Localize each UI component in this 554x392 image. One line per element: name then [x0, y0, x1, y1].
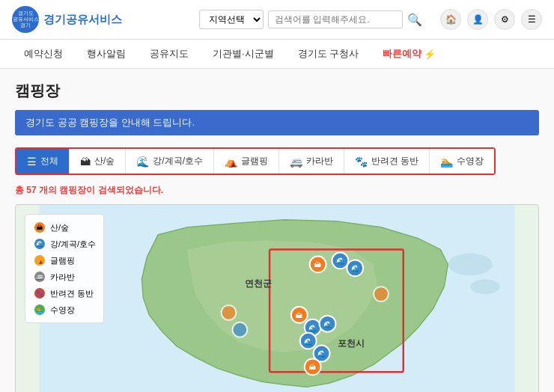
- nav-item-quick[interactable]: 빠른예약 ⚡: [371, 40, 448, 68]
- filter-mountain[interactable]: 🏔 산/숲: [70, 149, 126, 174]
- svg-text:🏔: 🏔: [314, 261, 321, 269]
- filter-pool-label: 수영장: [457, 155, 484, 168]
- nav-item-events[interactable]: 행사알림: [75, 40, 138, 68]
- svg-text:🌊: 🌊: [304, 337, 313, 346]
- svg-text:🌊: 🌊: [323, 320, 332, 329]
- legend-caravan: 🚐 카라반: [33, 270, 96, 284]
- logo-text: 경기공유서비스: [43, 13, 122, 27]
- legend-pool: 🏊 수영장: [33, 303, 96, 316]
- header-icons: 🏠 👤 ⚙ ☰: [440, 9, 542, 30]
- filter-caravan[interactable]: 🚐 카라반: [279, 149, 344, 174]
- svg-text:🌊: 🌊: [336, 257, 345, 266]
- legend-mountain: 🏔 산/숲: [33, 221, 96, 234]
- page-content: 캠핑장 경기도 공공 캠핑장을 안내해 드립니다. ☰ 전체 🏔 산/숲 🌊 강…: [0, 69, 554, 392]
- mountain-icon: 🏔: [80, 156, 91, 168]
- page-description: 경기도 공공 캠핑장을 안내해 드립니다.: [15, 110, 539, 135]
- legend-glamping: ⛺ 글램핑: [33, 254, 96, 267]
- logo-area: 경기도공유서비스경기 경기공유서비스: [12, 6, 122, 33]
- search-input[interactable]: [268, 10, 403, 28]
- menu-icon-btn[interactable]: ☰: [521, 9, 542, 30]
- svg-point-25: [232, 322, 247, 337]
- filter-river-label: 강/계곡/호수: [153, 155, 203, 168]
- count-number: 57: [26, 185, 36, 195]
- home-icon-btn[interactable]: 🏠: [440, 9, 461, 30]
- region-select[interactable]: 지역선택: [199, 10, 264, 29]
- filter-glamping[interactable]: ⛺ 글램핑: [214, 149, 279, 174]
- filter-glamping-label: 글램핑: [241, 155, 268, 168]
- svg-point-2: [470, 279, 500, 294]
- svg-point-26: [374, 287, 389, 301]
- svg-point-1: [448, 254, 493, 276]
- filter-pet[interactable]: 🐾 반려견 동반: [344, 149, 430, 174]
- filter-pet-label: 반려견 동반: [371, 155, 418, 168]
- glamping-icon: ⛺: [225, 156, 237, 168]
- caravan-icon: 🚐: [290, 156, 302, 168]
- filter-all-label: 전체: [40, 155, 58, 168]
- filter-all[interactable]: ☰ 전체: [16, 149, 70, 174]
- svg-text:🌊: 🌊: [308, 324, 317, 333]
- legend-river-dot: 🌊: [33, 237, 46, 251]
- quick-icon: ⚡: [424, 49, 436, 60]
- filter-caravan-label: 카라반: [306, 155, 333, 168]
- svg-text:🏔: 🏔: [309, 364, 316, 371]
- svg-text:연천군: 연천군: [245, 278, 272, 289]
- map-container[interactable]: 🏔 산/숲 🌊 강/계곡/호수 ⛺ 글램핑 🚐 카라반 🐾 반려견 동반 🏊: [15, 204, 539, 392]
- filter-river[interactable]: 🌊 강/계곡/호수: [126, 149, 214, 174]
- nav-item-office[interactable]: 경기도 구청사: [286, 40, 371, 68]
- legend-river: 🌊 강/계곡/호수: [33, 237, 96, 251]
- svg-text:포천시: 포천시: [338, 338, 365, 349]
- nav-item-map[interactable]: 공유지도: [138, 40, 201, 68]
- legend-caravan-dot: 🚐: [33, 270, 46, 284]
- legend-mountain-dot: 🏔: [33, 221, 46, 234]
- filter-mountain-label: 산/숲: [94, 155, 115, 168]
- legend-glamping-dot: ⛺: [33, 254, 46, 267]
- svg-point-24: [222, 305, 237, 320]
- result-count: 총 57 개의 캠핑장이 검색되었습니다.: [15, 184, 539, 197]
- search-button[interactable]: 🔍: [407, 13, 422, 27]
- svg-text:🌊: 🌊: [351, 264, 360, 273]
- person-icon-btn[interactable]: 👤: [467, 9, 488, 30]
- map-legend: 🏔 산/숲 🌊 강/계곡/호수 ⛺ 글램핑 🚐 카라반 🐾 반려견 동반 🏊: [25, 214, 104, 323]
- settings-icon-btn[interactable]: ⚙: [494, 9, 515, 30]
- page-title: 캠핑장: [15, 81, 539, 101]
- filter-pool[interactable]: 🏊 수영장: [430, 149, 494, 174]
- pool-icon: 🏊: [440, 156, 453, 168]
- legend-pet: 🐾 반려견 동반: [33, 287, 96, 300]
- legend-pet-dot: 🐾: [33, 287, 46, 300]
- filter-tabs: ☰ 전체 🏔 산/숲 🌊 강/계곡/호수 ⛺ 글램핑 🚐 카라반 🐾 반려견 동…: [15, 147, 496, 175]
- river-icon: 🌊: [136, 156, 149, 168]
- svg-text:🏔: 🏔: [296, 312, 302, 319]
- svg-text:🌊: 🌊: [317, 349, 326, 358]
- pet-icon: 🐾: [355, 156, 368, 168]
- header-search: 지역선택 🔍: [199, 10, 422, 29]
- nav-item-org[interactable]: 기관별·시군별: [201, 40, 286, 68]
- main-nav: 예약신청 행사알림 공유지도 기관별·시군별 경기도 구청사 빠른예약 ⚡: [0, 40, 554, 69]
- logo-icon: 경기도공유서비스경기: [12, 6, 39, 33]
- all-icon: ☰: [27, 156, 37, 168]
- legend-pool-dot: 🏊: [33, 303, 46, 316]
- nav-item-reservation[interactable]: 예약신청: [12, 40, 75, 68]
- header: 경기도공유서비스경기 경기공유서비스 지역선택 🔍 🏠 👤 ⚙ ☰: [0, 0, 554, 40]
